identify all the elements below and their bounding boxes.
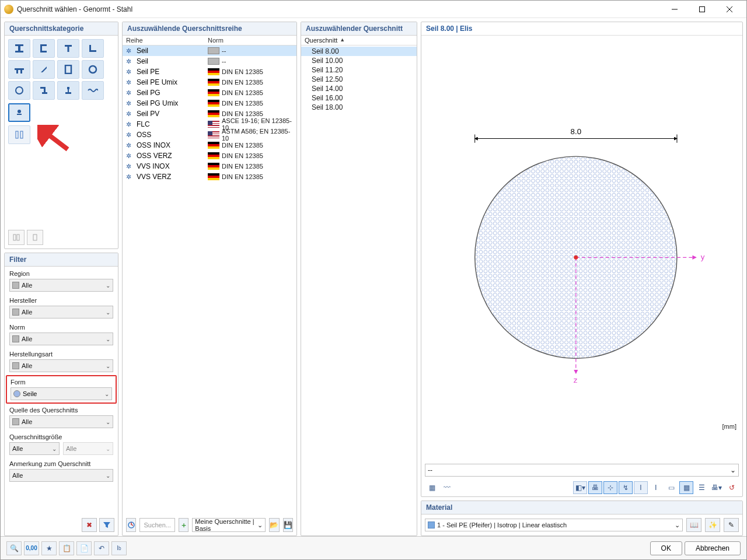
bb-fav-button[interactable]: ★ [41,541,57,555]
category-grid [5,36,118,103]
bb-search-button[interactable]: 🔍 [6,541,22,555]
tb-outline-button[interactable]: Ⅰ [649,481,663,494]
bb-paste-button[interactable]: 📄 [76,541,92,555]
maximize-button[interactable] [689,1,715,18]
filter-herstellungsart-select[interactable]: Alle⌄ [9,359,113,372]
reihe-row[interactable]: ✲Seil PGDIN EN 12385 [123,88,296,98]
filter-groesse2-select[interactable]: Alle⌄ [63,442,113,455]
cat-footer-btn-1[interactable] [8,230,25,245]
minimize-button[interactable] [661,1,688,18]
app-icon [4,5,13,14]
category-tee[interactable] [57,39,79,58]
filter-apply-button[interactable] [99,518,114,532]
material-edit-button[interactable]: ✎ [724,518,739,532]
querschnitt-list: Seil 8.00Seil 10.00Seil 11.20Seil 12.50S… [301,46,417,112]
bb-units-button[interactable]: 0,00 [24,541,39,555]
bb-copy-button[interactable]: 📋 [59,541,74,555]
material-lib-button[interactable]: 📖 [686,518,701,532]
reihe-row[interactable]: ✲VVS VERZDIN EN 12385 [123,172,296,182]
reihe-row[interactable]: ✲Seil PG UmixDIN EN 12385 [123,98,296,108]
reihe-basis-dropdown[interactable]: Meine Querschnitte | Basis⌄ [192,518,266,532]
tb-stress-button[interactable]: 〰 [440,481,454,494]
svg-rect-6 [15,51,23,52]
tb-reset-button[interactable]: ↺ [725,481,739,494]
reihe-col-name[interactable]: Reihe [126,37,208,44]
cancel-button[interactable]: Abbrechen [685,541,741,555]
tb-axes-button[interactable]: ↯ [619,481,633,494]
category-angle2[interactable] [33,60,55,79]
category-rail[interactable] [57,81,79,100]
tb-export-button[interactable]: 🖶▾ [710,481,724,494]
reihe-row[interactable]: ✲OSS VERZDIN EN 12385 [123,150,296,161]
querschnitt-row[interactable]: Seil 16.00 [301,93,417,103]
querschnitt-row[interactable]: Seil 12.50 [301,75,417,84]
category-corrugated[interactable] [82,81,104,100]
svg-rect-16 [20,68,22,74]
material-panel: Material 1 - Seil PE (Pfeifer) | Isotrop… [421,501,743,536]
category-double-tee[interactable] [8,60,30,79]
sort-asc-icon[interactable]: ▲ [340,37,345,43]
filter-quelle-select[interactable]: Alle⌄ [9,415,113,428]
tb-dim-button[interactable]: ⊹ [603,481,617,494]
material-new-button[interactable]: ✨ [705,518,720,532]
tb-view1-button[interactable]: ◧▾ [573,481,587,494]
filter-form-highlight: Form Seile⌄ [6,375,117,404]
filter-anmerkung-select[interactable]: Alle⌄ [9,469,113,482]
filter-groesse1-select[interactable]: Alle⌄ [9,442,60,455]
reihe-row[interactable]: ✲Seil PE UmixDIN EN 12385 [123,77,296,88]
filter-norm-select[interactable]: Alle⌄ [9,332,113,345]
category-i-section[interactable] [8,39,30,58]
reihe-row[interactable]: ✲OSSASTM A586; EN 12385-10 [123,130,296,140]
category-rect-hollow[interactable] [57,60,79,79]
reihe-open-button[interactable]: 📂 [269,518,279,532]
tb-list-button[interactable]: ☰ [694,481,708,494]
querschnitt-row[interactable]: Seil 18.00 [301,103,417,112]
tb-base-button[interactable]: ▭ [664,481,678,494]
preview-title: Seil 8.00 | Elis [421,22,742,36]
reihe-col-norm[interactable]: Norm [208,37,224,44]
preview-info-dropdown[interactable]: --⌄ [425,464,739,477]
svg-rect-1 [700,6,705,12]
filter-region-select[interactable]: Alle⌄ [9,279,113,292]
category-custom[interactable] [8,125,30,144]
reihe-row[interactable]: ✲Seil PEDIN EN 12385 [123,66,296,77]
querschnitt-row[interactable]: Seil 8.00 [301,47,417,56]
close-button[interactable] [716,1,743,18]
cat-footer-btn-2[interactable] [27,230,43,245]
reihe-reset-button[interactable] [126,518,136,532]
reihe-row[interactable]: ✲OSS INOXDIN EN 12385 [123,140,296,150]
reihe-save-button[interactable]: 💾 [283,518,293,532]
tb-grid-button[interactable]: ▦ [679,481,693,494]
svg-point-26 [18,110,21,113]
filter-clear-button[interactable]: ✖ [82,518,97,532]
reihe-search-input[interactable]: Suchen... [139,518,174,532]
reihe-row[interactable]: ✲Seil-- [123,46,296,56]
category-cable[interactable] [8,103,30,122]
category-channel[interactable] [33,39,55,58]
querschnitt-row[interactable]: Seil 10.00 [301,56,417,65]
filter-hersteller-label: Hersteller [9,297,113,304]
filter-header: Filter [5,253,118,267]
tb-values-button[interactable]: ▦ [425,481,439,494]
bb-undo-button[interactable]: ↶ [94,541,109,555]
tb-iprofile-button[interactable]: I [634,481,648,494]
querschnitt-row[interactable]: Seil 14.00 [301,84,417,93]
category-round-hollow[interactable] [82,60,104,79]
reihe-row[interactable]: ✲Seil-- [123,56,296,66]
filter-hersteller-select[interactable]: Alle⌄ [9,306,113,318]
filter-form-select[interactable]: Seile⌄ [11,387,112,400]
reihe-add-button[interactable]: ＋ [179,518,189,532]
category-angle[interactable] [82,39,104,58]
svg-rect-32 [17,235,19,240]
querschnitt-col[interactable]: Querschnitt [305,37,337,44]
material-select[interactable]: 1 - Seil PE (Pfeifer) | Isotrop | Linear… [425,519,683,531]
ok-button[interactable]: OK [650,541,682,555]
category-zee[interactable] [33,81,55,100]
category-round-solid[interactable] [8,81,30,100]
reihe-row[interactable]: ✲VVS INOXDIN EN 12385 [123,161,296,172]
querschnitt-row[interactable]: Seil 11.20 [301,65,417,75]
filter-quelle-label: Quelle des Querschnitts [9,407,113,414]
filter-herstellungsart-label: Herstellungsart [9,351,113,358]
bb-section-button[interactable]: Ib [111,541,127,555]
tb-print-button[interactable]: 🖶 [588,481,602,494]
